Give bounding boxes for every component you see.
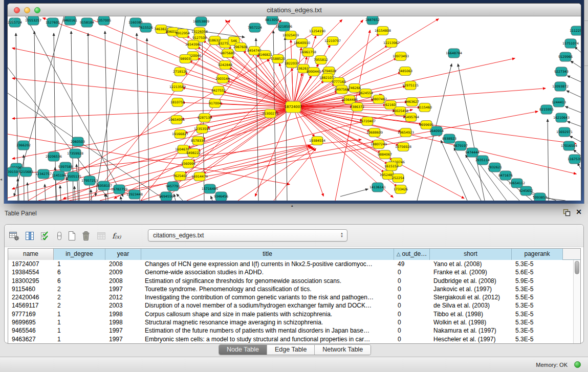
table-settings-button[interactable] (8, 229, 21, 243)
graph-node[interactable]: 9158184 (80, 18, 94, 27)
table-cell[interactable]: 5.3E-5 (512, 310, 563, 318)
graph-node[interactable]: 7955812 (314, 56, 328, 64)
table-cell[interactable]: 1 (54, 310, 105, 318)
graph-node[interactable]: 8460161 (63, 16, 77, 25)
create-column-button[interactable] (65, 229, 78, 243)
graph-node[interactable]: 17359928 (67, 149, 83, 158)
table-cell[interactable]: Stergiakouli et al. (2012) (430, 293, 512, 301)
table-cell[interactable]: 0 (394, 301, 430, 310)
table-cell[interactable]: 2008 (105, 260, 141, 268)
table-cell[interactable]: 1997 (105, 326, 141, 335)
graph-node[interactable]: 18640910 (294, 39, 310, 48)
column-header-short[interactable]: short (430, 249, 512, 260)
graph-node[interactable]: 2060503 (71, 137, 85, 146)
graph-node[interactable]: 8578334 (191, 137, 205, 145)
graph-node[interactable]: 15751074 (562, 39, 579, 48)
graph-node[interactable]: 7857224 (248, 23, 262, 32)
panel-collapse-arrow-icon[interactable]: ◂ (0, 177, 2, 182)
resize-grip-icon[interactable] (8, 16, 15, 24)
table-cell[interactable]: 9115460 (8, 285, 54, 293)
table-cell[interactable]: Genome-wide association studies in ADHD. (141, 268, 394, 276)
select-all-button[interactable] (38, 229, 52, 243)
delete-column-button[interactable] (79, 229, 93, 243)
table-row[interactable]: 977716911998Corpus callosum shape and si… (8, 310, 580, 318)
table-row[interactable]: 1830029562008Estimation of significance … (8, 277, 580, 285)
column-header-year[interactable]: year (105, 249, 141, 260)
network-canvas-area[interactable]: 2055724105532571527605846016191581841357… (8, 16, 581, 201)
graph-node[interactable]: 1560994 (181, 160, 195, 168)
table-cell[interactable]: Changes of HCN gene expression and I(f) … (141, 260, 394, 268)
table-cell[interactable]: Jankovic et al. (1997) (430, 285, 512, 293)
splitter-arrow-icon[interactable]: ▴ (291, 204, 293, 208)
graph-node[interactable]: 19654955 (168, 116, 185, 124)
float-panel-icon[interactable] (562, 208, 571, 216)
table-cell[interactable]: 5.3E-5 (512, 260, 563, 268)
table-cell[interactable]: 0 (394, 293, 430, 301)
graph-node[interactable]: 9115460 (418, 103, 432, 112)
table-cell[interactable]: 2012 (105, 293, 141, 301)
graph-node[interactable]: 1112253 (570, 26, 581, 35)
graph-node[interactable]: 39159 (8, 167, 18, 177)
graph-node[interactable]: 2903144 (215, 75, 230, 83)
graph-node[interactable]: 8813054 (265, 16, 279, 25)
graph-node[interactable]: 12213967 (383, 39, 400, 48)
graph-node[interactable]: 9884067 (378, 150, 392, 159)
table-cell[interactable]: 5.3E-5 (512, 326, 563, 335)
graph-node[interactable]: 9694556 (159, 192, 173, 201)
table-cell[interactable]: 0 (394, 326, 430, 335)
table-cell[interactable]: 1997 (105, 285, 141, 293)
graph-node[interactable]: 8471676 (498, 171, 513, 180)
graph-node[interactable]: 2366202 (16, 141, 31, 150)
delete-table-button[interactable] (95, 229, 108, 243)
scrollbar-thumb[interactable] (575, 261, 579, 274)
graph-node[interactable]: 9146821 (258, 51, 272, 59)
table-cell[interactable]: de Silva et al. (2003) (430, 301, 512, 310)
table-cell[interactable]: 9465546 (8, 326, 54, 335)
table-cell[interactable]: 0 (394, 310, 430, 318)
table-cell[interactable]: 2003 (105, 301, 141, 310)
table-row[interactable]: 911546021997Tourette syndrome. Phenomeno… (8, 285, 580, 293)
graph-node[interactable]: 16720407 (359, 117, 376, 126)
graph-node[interactable]: 98903 (180, 55, 191, 63)
graph-node[interactable]: 7485063 (398, 67, 412, 76)
table-row[interactable]: 969969511998Structural magnetic resonanc… (8, 318, 580, 326)
graph-node[interactable]: 7625402 (173, 172, 187, 181)
column-header-out_de[interactable]: △out_de… (394, 249, 430, 260)
graph-node[interactable]: 18724007 (285, 101, 302, 113)
table-cell[interactable]: 9777169 (8, 310, 54, 318)
graph-node[interactable]: 1588520 (271, 55, 285, 63)
table-cell[interactable]: 49 (394, 260, 430, 268)
tab-network-table[interactable]: Network Table (315, 345, 371, 355)
results-panel-edge[interactable] (584, 0, 588, 204)
graph-node[interactable]: 917004 (209, 99, 221, 108)
graph-node[interactable]: 10688609 (366, 128, 383, 137)
table-cell[interactable]: 19384554 (8, 268, 54, 276)
network-canvas[interactable]: 2055724105532571527605846016191581841357… (8, 16, 581, 201)
tab-node-table[interactable]: Node Table (219, 345, 267, 355)
table-row[interactable]: 946554611997Estimation of the future num… (8, 326, 580, 335)
table-cell[interactable]: 9463627 (8, 335, 54, 343)
graph-node[interactable]: 9346456 (214, 192, 228, 201)
table-cell[interactable]: 5.6E-5 (512, 268, 563, 276)
graph-node[interactable]: 14136141 (369, 183, 386, 192)
vertical-scrollbar[interactable] (573, 260, 580, 343)
table-cell[interactable]: 0 (394, 277, 430, 285)
graph-node[interactable]: 7832621 (488, 163, 502, 172)
graph-node[interactable]: 5498222 (186, 149, 201, 158)
graph-node[interactable]: 10756928 (395, 143, 411, 151)
graph-node[interactable]: 20206536 (46, 152, 62, 161)
graph-node[interactable]: 9463627 (405, 98, 419, 106)
graph-node[interactable]: 1167539 (568, 155, 581, 164)
table-row[interactable]: 2242004622012Investigating the contribut… (8, 293, 580, 301)
table-cell[interactable]: 5.9E-5 (512, 277, 563, 285)
graph-node[interactable]: 7615526 (139, 23, 153, 32)
graph-node[interactable]: 16154808 (375, 27, 391, 35)
table-cell[interactable]: 5.5E-5 (512, 293, 563, 301)
table-cell[interactable]: Franke et al. (2009) (430, 268, 512, 276)
table-cell[interactable]: Disruption of a novel member of a sodium… (141, 301, 394, 310)
graph-node[interactable]: 1145194 (52, 171, 66, 180)
graph-node[interactable]: 9699695 (419, 121, 433, 129)
column-header-name[interactable]: name (8, 249, 54, 260)
table-cell[interactable]: 6 (54, 268, 105, 276)
table-cell[interactable]: 18724007 (8, 260, 54, 268)
